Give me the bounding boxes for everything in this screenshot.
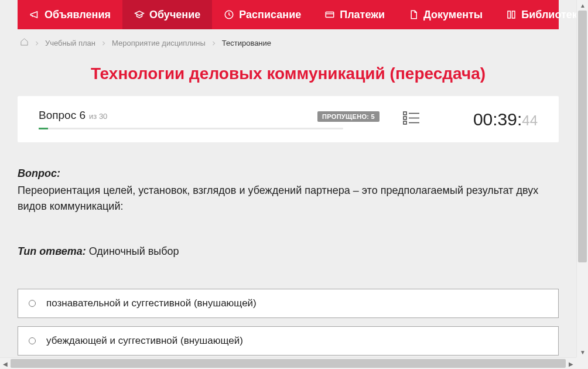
timer-main: 00:39:	[473, 110, 522, 129]
progress-fill	[39, 128, 48, 129]
breadcrumb: Учебный план Мероприятие дисциплины Тест…	[0, 29, 576, 54]
answer-options: познавательной и суггестивной (внушающей…	[18, 289, 559, 356]
skipped-badge: ПРОПУЩЕНО: 5	[317, 111, 380, 122]
nav-label: Объявления	[45, 9, 111, 21]
answer-type-value: Одиночный выбор	[89, 245, 179, 257]
horizontal-scrollbar[interactable]: ◀ ▶	[0, 357, 588, 369]
question-list-icon[interactable]	[403, 118, 421, 128]
option-text: познавательной и суггестивной (внушающей…	[46, 298, 257, 309]
megaphone-icon	[29, 9, 40, 20]
scrollbar-track[interactable]	[11, 359, 566, 368]
radio-icon	[29, 337, 36, 344]
chevron-right-icon	[211, 39, 216, 47]
scrollbar-thumb[interactable]	[11, 359, 566, 368]
nav-label: Документы	[423, 9, 483, 21]
nav-label: Обучение	[149, 9, 200, 21]
breadcrumb-item[interactable]: Учебный план	[45, 39, 95, 47]
scroll-right-arrow[interactable]: ▶	[566, 358, 576, 369]
scrollbar-track[interactable]	[578, 11, 587, 347]
radio-icon	[29, 300, 36, 307]
graduation-cap-icon	[134, 9, 145, 20]
chevron-right-icon	[101, 39, 106, 47]
page-title: Технологии деловых коммуникаций (пересда…	[18, 64, 559, 83]
clock-icon	[224, 9, 234, 20]
nav-schedule[interactable]: Расписание	[212, 0, 313, 29]
breadcrumb-current: Тестирование	[222, 39, 271, 47]
nav-announcements[interactable]: Объявления	[18, 0, 122, 29]
nav-library[interactable]: Библиотека	[494, 0, 576, 29]
nav-documents[interactable]: Документы	[396, 0, 494, 29]
nav-label: Расписание	[239, 9, 301, 21]
answer-option[interactable]: убеждающей и суггестивной (внушающей)	[18, 326, 559, 356]
breadcrumb-item[interactable]: Мероприятие дисциплины	[112, 39, 206, 47]
scroll-up-arrow[interactable]: ▲	[577, 0, 588, 11]
nav-label: Библиотека	[521, 9, 576, 21]
svg-rect-1	[326, 12, 334, 18]
timer-seconds: 44	[522, 112, 538, 129]
vertical-scrollbar[interactable]: ▲ ▼	[576, 0, 588, 357]
answer-option[interactable]: познавательной и суггестивной (внушающей…	[18, 289, 559, 318]
timer: 00:39:44	[444, 110, 538, 129]
question-text: Переориентация целей, установок, взглядо…	[18, 183, 559, 214]
home-icon[interactable]	[20, 37, 29, 48]
question-total: из 30	[89, 112, 107, 121]
scrollbar-thumb[interactable]	[578, 11, 587, 262]
chevron-right-icon	[35, 39, 39, 47]
scrollbar-corner	[576, 357, 588, 369]
progress-bar	[39, 128, 343, 129]
scroll-down-arrow[interactable]: ▼	[577, 347, 588, 357]
option-text: убеждающей и суггестивной (внушающей)	[46, 335, 243, 347]
document-icon	[408, 9, 419, 20]
library-icon	[506, 9, 517, 20]
scroll-left-arrow[interactable]: ◀	[0, 358, 11, 369]
nav-learning[interactable]: Обучение	[122, 0, 212, 29]
answer-type-label: Тип ответа:	[18, 245, 86, 257]
top-nav: Объявления Обучение Расписание Платежи Д…	[18, 0, 559, 29]
question-label: Вопрос 6	[39, 109, 86, 122]
status-card: Вопрос 6 из 30 ПРОПУЩЕНО: 5	[18, 96, 559, 142]
question-heading: Вопрос:	[18, 168, 60, 179]
svg-rect-4	[404, 121, 406, 124]
nav-label: Платежи	[340, 9, 385, 21]
nav-payments[interactable]: Платежи	[313, 0, 396, 29]
question-body: Вопрос: Переориентация целей, установок,…	[18, 166, 559, 259]
svg-rect-3	[404, 117, 406, 119]
svg-rect-2	[404, 112, 406, 115]
credit-card-icon	[324, 9, 335, 20]
